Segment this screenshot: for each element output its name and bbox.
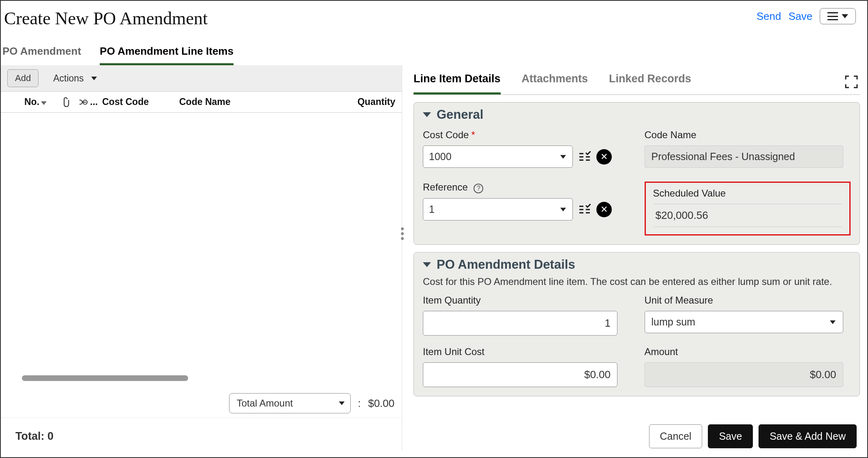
item-quantity-label: Item Quantity xyxy=(423,295,629,306)
close-icon: ✕ xyxy=(600,204,608,215)
tab-line-item-details[interactable]: Line Item Details xyxy=(414,73,501,94)
table-body xyxy=(1,113,402,386)
caret-down-icon xyxy=(842,14,848,18)
tab-po-amendment[interactable]: PO Amendment xyxy=(2,45,81,65)
reference-picker-button[interactable] xyxy=(579,204,591,215)
reference-label: Reference ? xyxy=(423,182,629,193)
scheduled-value: $20,000.56 xyxy=(653,204,842,227)
caret-down-icon xyxy=(830,320,836,324)
item-unit-cost-input[interactable]: $0.00 xyxy=(423,362,617,387)
save-button[interactable]: Save xyxy=(708,424,753,448)
col-attachment[interactable] xyxy=(61,97,79,107)
total-amount-select[interactable]: Total Amount xyxy=(229,393,351,413)
cost-code-value: 1000 xyxy=(429,151,452,162)
section-general: General Cost Code* 1000 xyxy=(414,102,860,245)
unit-of-measure-select[interactable]: lump sum xyxy=(645,311,843,333)
cost-code-label: Cost Code* xyxy=(423,129,629,141)
close-icon: ✕ xyxy=(600,152,608,162)
horizontal-scrollbar[interactable] xyxy=(22,375,188,381)
total-colon: : xyxy=(358,397,361,410)
cancel-button[interactable]: Cancel xyxy=(649,424,703,448)
col-linked-ellipsis: ... xyxy=(90,96,98,107)
more-menu-button[interactable] xyxy=(820,8,856,24)
section-po-amendment-details: PO Amendment Details Cost for this PO Am… xyxy=(414,252,860,396)
tab-linked-records[interactable]: Linked Records xyxy=(609,73,691,94)
hamburger-icon xyxy=(827,12,838,20)
cost-code-picker-button[interactable] xyxy=(579,151,591,163)
pane-resize-handle[interactable] xyxy=(401,227,404,240)
caret-down-icon xyxy=(560,155,566,158)
col-no-label: No. xyxy=(24,96,39,107)
expand-icon xyxy=(844,75,858,89)
col-no[interactable]: No. xyxy=(24,96,61,107)
total-amount-value: $0.00 xyxy=(368,397,394,410)
total-amount-select-label: Total Amount xyxy=(237,398,293,409)
table-header: No. ... Cost Code Code Name Quantity xyxy=(1,92,402,113)
cost-code-clear-button[interactable]: ✕ xyxy=(596,149,612,165)
section-po-details-header[interactable]: PO Amendment Details xyxy=(423,257,851,272)
scheduled-value-label: Scheduled Value xyxy=(653,188,842,199)
tab-attachments[interactable]: Attachments xyxy=(522,73,588,94)
reference-clear-button[interactable]: ✕ xyxy=(596,202,612,217)
actions-label: Actions xyxy=(53,73,84,84)
section-general-header[interactable]: General xyxy=(423,107,851,122)
total-count-label: Total: xyxy=(15,430,44,442)
code-name-value: Professional Fees - Unassigned xyxy=(645,146,843,168)
save-link[interactable]: Save xyxy=(789,10,812,23)
save-add-new-button[interactable]: Save & Add New xyxy=(759,424,857,448)
caret-down-icon xyxy=(91,77,97,80)
unit-of-measure-value: lump sum xyxy=(652,316,695,327)
reference-select[interactable]: 1 xyxy=(423,198,573,220)
reference-value: 1 xyxy=(429,203,435,215)
caret-down-icon xyxy=(339,402,345,405)
unit-of-measure-label: Unit of Measure xyxy=(645,295,851,306)
col-cost-code[interactable]: Cost Code xyxy=(102,96,175,107)
caret-down-icon xyxy=(560,208,566,211)
picker-icon xyxy=(579,151,591,163)
picker-icon xyxy=(579,204,591,215)
total-count-value: 0 xyxy=(47,430,54,442)
actions-dropdown[interactable]: Actions xyxy=(53,73,96,84)
item-quantity-input[interactable]: 1 xyxy=(423,311,617,336)
col-code-name[interactable]: Code Name xyxy=(175,96,339,107)
col-linked[interactable]: ... xyxy=(79,96,102,107)
paperclip-icon xyxy=(61,97,70,107)
section-po-details-title: PO Amendment Details xyxy=(437,257,575,272)
add-button[interactable]: Add xyxy=(7,69,39,87)
page-title: Create New PO Amendment xyxy=(4,8,208,29)
total-count: Total: 0 xyxy=(1,417,402,451)
expand-button[interactable] xyxy=(844,75,858,89)
scheduled-value-block: Scheduled Value $20,000.56 xyxy=(645,182,851,235)
cost-code-select[interactable]: 1000 xyxy=(423,146,573,168)
section-po-details-desc: Cost for this PO Amendment line item. Th… xyxy=(423,276,851,287)
chevron-down-icon xyxy=(423,262,431,267)
sort-caret-icon xyxy=(41,101,47,105)
send-link[interactable]: Send xyxy=(757,10,781,23)
item-unit-cost-label: Item Unit Cost xyxy=(423,346,629,357)
col-quantity[interactable]: Quantity xyxy=(339,96,395,107)
tab-po-amendment-line-items[interactable]: PO Amendment Line Items xyxy=(100,45,234,65)
link-icon xyxy=(79,98,90,106)
help-icon[interactable]: ? xyxy=(474,184,483,193)
amount-value: $0.00 xyxy=(645,362,843,387)
chevron-down-icon xyxy=(423,112,431,117)
amount-label: Amount xyxy=(645,346,851,357)
section-general-title: General xyxy=(437,107,483,122)
code-name-label: Code Name xyxy=(645,129,851,141)
